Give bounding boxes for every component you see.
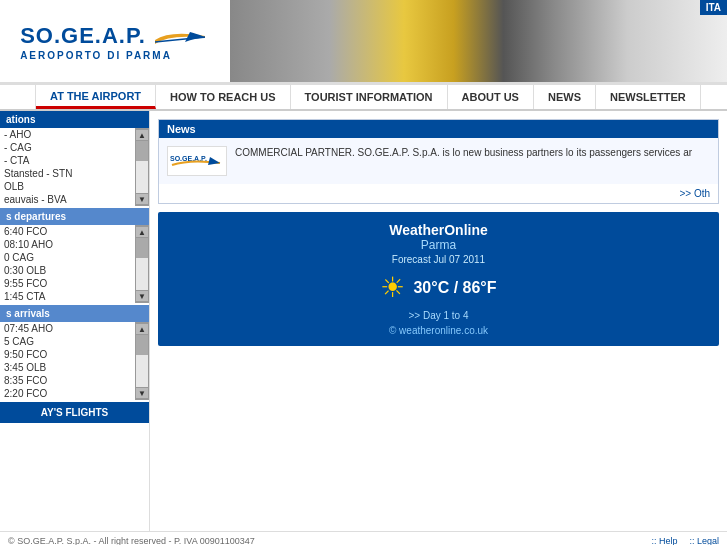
scroll-thumb <box>136 141 148 161</box>
flight-item[interactable]: - CTA <box>0 154 135 167</box>
arrival-item[interactable]: 07:45 AHO <box>0 322 135 335</box>
header-image-bg <box>230 0 727 82</box>
arrivals-list: 07:45 AHO 5 CAG 9:50 FCO 3:45 OLB 8:35 F… <box>0 322 135 400</box>
news-more-link[interactable]: >> Oth <box>159 184 718 203</box>
logo-container: SO.GE.A.P. AEROPORTO DI PARMA <box>20 22 210 61</box>
flights-scrollbar[interactable]: ▲ ▼ <box>135 128 149 206</box>
footer-links: :: Help :: Legal <box>651 536 719 545</box>
departures-header: s departures <box>0 208 149 225</box>
weather-widget: WeatherOnline Parma Forecast Jul 07 2011… <box>158 212 719 346</box>
scroll-up-arrow[interactable]: ▲ <box>135 323 149 335</box>
footer-help-link[interactable]: :: Help <box>651 536 677 545</box>
weather-icon-row: ☀ 30°C / 86°F <box>168 271 709 304</box>
arrival-item[interactable]: 9:50 FCO <box>0 348 135 361</box>
departure-item[interactable]: 0:30 OLB <box>0 264 135 277</box>
right-content: News SO.GE.A.P. COMMERCIAL PARTNER. SO.G… <box>150 111 727 531</box>
weather-forecast-label: Forecast Jul 07 2011 <box>168 254 709 265</box>
scroll-thumb <box>136 238 148 258</box>
nav-at-airport[interactable]: AT THE AIRPORT <box>36 85 156 109</box>
departure-item[interactable]: 9:55 FCO <box>0 277 135 290</box>
nav-news[interactable]: NEWS <box>534 85 596 109</box>
departures-list-container: 6:40 FCO 08:10 AHO 0 CAG 0:30 OLB 9:55 F… <box>0 225 149 303</box>
scroll-thumb <box>136 335 148 355</box>
departure-item[interactable]: 0 CAG <box>0 251 135 264</box>
flight-item[interactable]: eauvais - BVA <box>0 193 135 206</box>
scroll-down-arrow[interactable]: ▼ <box>135 290 149 302</box>
departure-item[interactable]: 08:10 AHO <box>0 238 135 251</box>
sidebar: ations - AHO - CAG - CTA Stansted - STN … <box>0 111 150 531</box>
arrival-item[interactable]: 5 CAG <box>0 335 135 348</box>
weather-temperature: 30°C / 86°F <box>413 279 496 297</box>
flight-item[interactable]: - AHO <box>0 128 135 141</box>
logo-area: SO.GE.A.P. AEROPORTO DI PARMA <box>0 0 230 82</box>
nav-newsletter[interactable]: NEWSLETTER <box>596 85 701 109</box>
departures-list: 6:40 FCO 08:10 AHO 0 CAG 0:30 OLB 9:55 F… <box>0 225 135 303</box>
arrival-item[interactable]: 8:35 FCO <box>0 374 135 387</box>
header: SO.GE.A.P. AEROPORTO DI PARMA ITA <box>0 0 727 85</box>
footer: © SO.GE.A.P. S.p.A. - All right reserved… <box>0 531 727 545</box>
flight-item[interactable]: - CAG <box>0 141 135 154</box>
arrival-item[interactable]: 3:45 OLB <box>0 361 135 374</box>
footer-legal-link[interactable]: :: Legal <box>689 536 719 545</box>
nav-tourist-info[interactable]: TOURIST INFORMATION <box>291 85 448 109</box>
logo-subtitle: AEROPORTO DI PARMA <box>20 50 172 61</box>
footer-copyright: © SO.GE.A.P. S.p.A. - All right reserved… <box>8 536 255 545</box>
scroll-track <box>136 141 148 193</box>
news-logo: SO.GE.A.P. <box>167 146 227 176</box>
arrivals-list-container: 07:45 AHO 5 CAG 9:50 FCO 3:45 OLB 8:35 F… <box>0 322 149 400</box>
news-section: News SO.GE.A.P. COMMERCIAL PARTNER. SO.G… <box>158 119 719 204</box>
weather-day-link[interactable]: >> Day 1 to 4 <box>168 310 709 321</box>
news-body: SO.GE.A.P. COMMERCIAL PARTNER. SO.GE.A.P… <box>159 138 718 184</box>
plane-icon <box>150 22 210 50</box>
flights-list: - AHO - CAG - CTA Stansted - STN OLB eau… <box>0 128 135 206</box>
flight-item[interactable]: Stansted - STN <box>0 167 135 180</box>
nav-how-to-reach[interactable]: HOW TO REACH US <box>156 85 291 109</box>
scroll-track <box>136 335 148 387</box>
main-content: ations - AHO - CAG - CTA Stansted - STN … <box>0 111 727 531</box>
departures-scrollbar[interactable]: ▲ ▼ <box>135 225 149 303</box>
todays-flights-button[interactable]: AY'S FLIGHTS <box>0 402 149 423</box>
arrivals-header: s arrivals <box>0 305 149 322</box>
weather-title: WeatherOnline <box>168 222 709 238</box>
news-logo-image: SO.GE.A.P. <box>167 146 227 176</box>
news-header: News <box>159 120 718 138</box>
flights-section: ations - AHO - CAG - CTA Stansted - STN … <box>0 111 149 206</box>
arrivals-scrollbar[interactable]: ▲ ▼ <box>135 322 149 400</box>
weather-city: Parma <box>168 238 709 252</box>
logo-top: SO.GE.A.P. <box>20 22 210 50</box>
flights-header: ations <box>0 111 149 128</box>
flight-item[interactable]: OLB <box>0 180 135 193</box>
arrival-item[interactable]: 2:20 FCO <box>0 387 135 400</box>
logo-brand: SO.GE.A.P. <box>20 23 146 49</box>
scroll-down-arrow[interactable]: ▼ <box>135 193 149 205</box>
scroll-up-arrow[interactable]: ▲ <box>135 129 149 141</box>
nav-spacer <box>0 85 36 109</box>
scroll-down-arrow[interactable]: ▼ <box>135 387 149 399</box>
news-text: COMMERCIAL PARTNER. SO.GE.A.P. S.p.A. is… <box>235 146 692 176</box>
departures-section: s departures 6:40 FCO 08:10 AHO 0 CAG 0:… <box>0 208 149 303</box>
scroll-up-arrow[interactable]: ▲ <box>135 226 149 238</box>
departure-item[interactable]: 6:40 FCO <box>0 225 135 238</box>
flights-list-container: - AHO - CAG - CTA Stansted - STN OLB eau… <box>0 128 149 206</box>
weather-site-link[interactable]: © weatheronline.co.uk <box>168 325 709 336</box>
header-image: ITA <box>230 0 727 82</box>
language-selector[interactable]: ITA <box>700 0 727 15</box>
departure-item[interactable]: 1:45 CTA <box>0 290 135 303</box>
company-logo-small: SO.GE.A.P. <box>170 149 225 171</box>
nav-about-us[interactable]: ABOUT US <box>448 85 534 109</box>
navbar: AT THE AIRPORT HOW TO REACH US TOURIST I… <box>0 85 727 111</box>
arrivals-section: s arrivals 07:45 AHO 5 CAG 9:50 FCO 3:45… <box>0 305 149 400</box>
scroll-track <box>136 238 148 290</box>
sun-icon: ☀ <box>380 271 405 304</box>
